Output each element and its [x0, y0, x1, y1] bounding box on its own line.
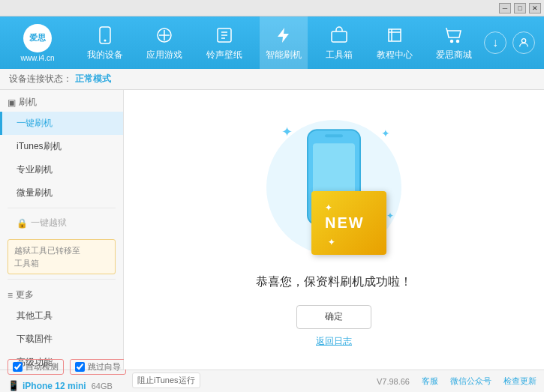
- sparkle-top-left: ✦: [281, 124, 293, 140]
- nav-toolbox-label: 工具箱: [326, 49, 353, 61]
- music-nav-icon: [214, 25, 235, 46]
- sidebar-item-download-firmware[interactable]: 下载固件: [0, 328, 123, 351]
- minimize-button[interactable]: ─: [499, 3, 511, 13]
- nav-ringtones-label: 铃声壁纸: [206, 49, 242, 61]
- logo-icon: 爱思: [23, 24, 52, 52]
- nav-store[interactable]: 爱思商城: [430, 16, 478, 69]
- device-name: iPhone 12 mini: [23, 381, 86, 391]
- success-text: 恭喜您，保资料刷机成功啦！: [256, 274, 412, 290]
- bottom-right: V7.98.66 客服 微信公众号 检查更新: [377, 376, 536, 387]
- nav-toolbox[interactable]: 工具箱: [320, 16, 359, 69]
- nav-bar: 我的设备 应用游戏 铃声壁纸 智能刷机 工具箱: [75, 16, 484, 69]
- skip-wizard-label: 跳过向导: [88, 361, 121, 373]
- device-storage: 64GB: [92, 382, 113, 391]
- logo-subtitle: www.i4.cn: [20, 54, 54, 62]
- sidebar-section-flash: ▣ 刷机: [0, 90, 123, 112]
- download-button[interactable]: ↓: [484, 31, 506, 54]
- skip-wizard-group: 跳过向导: [70, 359, 126, 375]
- user-button[interactable]: [512, 31, 535, 54]
- logo-area: 爱思 www.i4.cn: [0, 16, 75, 69]
- success-illustration: ✦ NEW ✦ ✦ ✦ ✦: [259, 112, 409, 262]
- sidebar-jailbreak-note: 越狱工具已转移至工具箱: [8, 239, 116, 274]
- sidebar-item-other-tools[interactable]: 其他工具: [0, 304, 123, 328]
- skip-wizard-checkbox[interactable]: [75, 362, 85, 372]
- back-link[interactable]: 返回日志: [316, 335, 352, 348]
- wechat-link[interactable]: 微信公众号: [450, 376, 491, 387]
- support-link[interactable]: 客服: [422, 376, 438, 387]
- nav-ringtones[interactable]: 铃声壁纸: [200, 16, 248, 69]
- status-value: 正常模式: [75, 73, 111, 85]
- update-link[interactable]: 检查更新: [503, 376, 536, 387]
- book-nav-icon: [384, 25, 405, 46]
- sparkle-top-right: ✦: [381, 127, 390, 139]
- sidebar-section-more: ≡ 更多: [0, 283, 123, 304]
- header: 爱思 www.i4.cn 我的设备 应用游戏 铃声壁纸: [0, 16, 544, 69]
- new-badge: ✦ NEW ✦: [311, 191, 386, 255]
- confirm-button[interactable]: 确定: [296, 305, 371, 329]
- svg-point-1: [104, 39, 106, 41]
- nav-tutorial-label: 教程中心: [377, 49, 413, 61]
- nav-my-device-label: 我的设备: [87, 49, 123, 61]
- close-button[interactable]: ✕: [529, 3, 541, 13]
- sidebar-item-one-click-flash[interactable]: 一键刷机: [0, 112, 123, 135]
- nav-apps-label: 应用游戏: [146, 49, 182, 61]
- auto-detect-label: 自动检测: [26, 361, 59, 373]
- sparkle-right: ✦: [386, 211, 394, 221]
- phone-nav-icon: [95, 25, 116, 46]
- sidebar-item-itunes-flash[interactable]: iTunes刷机: [0, 135, 123, 158]
- nav-my-device[interactable]: 我的设备: [81, 16, 129, 69]
- svg-point-7: [521, 39, 525, 43]
- sidebar: ▣ 刷机 一键刷机 iTunes刷机 专业刷机 微量刷机 🔒 一键越狱 越狱工具…: [0, 90, 124, 370]
- device-icon: 📱: [8, 380, 20, 391]
- svg-point-5: [451, 40, 453, 42]
- tools-nav-icon: [329, 25, 350, 46]
- header-actions: ↓: [484, 31, 544, 54]
- svg-rect-4: [332, 31, 347, 42]
- status-bar: 设备连接状态： 正常模式: [0, 69, 544, 90]
- itunes-status[interactable]: 阻止iTunes运行: [132, 373, 200, 388]
- auto-detect-checkbox[interactable]: [13, 362, 23, 372]
- bottom-bar: 自动检测 跳过向导 📱 iPhone 12 mini 64GB Down-12m…: [0, 370, 544, 392]
- version-label: V7.98.66: [377, 377, 410, 386]
- svg-rect-11: [325, 134, 343, 137]
- title-bar: ─ □ ✕: [0, 0, 544, 16]
- content-area: ✦ NEW ✦ ✦ ✦ ✦ 恭喜您，保资料刷机成功啦！ 确定 返回日志: [124, 90, 544, 370]
- nav-store-label: 爱思商城: [436, 49, 472, 61]
- nav-flash-label: 智能刷机: [266, 49, 302, 61]
- svg-point-6: [457, 40, 459, 42]
- sidebar-section-jailbreak: 🔒 一键越狱: [0, 211, 123, 235]
- nav-smart-flash[interactable]: 智能刷机: [260, 16, 308, 69]
- gamepad-nav-icon: [154, 25, 175, 46]
- maximize-button[interactable]: □: [514, 3, 526, 13]
- nav-tutorial[interactable]: 教程中心: [371, 16, 419, 69]
- sidebar-divider-2: [8, 279, 116, 280]
- flash-nav-icon: [273, 25, 294, 46]
- auto-detect-group: 自动检测: [8, 359, 64, 375]
- main-layout: ▣ 刷机 一键刷机 iTunes刷机 专业刷机 微量刷机 🔒 一键越狱 越狱工具…: [0, 90, 544, 370]
- window-controls: ─ □ ✕: [499, 3, 541, 13]
- nav-apps-games[interactable]: 应用游戏: [140, 16, 188, 69]
- sidebar-divider-1: [8, 208, 116, 208]
- device-info: iPhone 12 mini 64GB: [23, 381, 113, 391]
- status-label: 设备连接状态：: [9, 73, 72, 85]
- sidebar-item-micro-flash[interactable]: 微量刷机: [0, 181, 123, 205]
- store-nav-icon: [443, 25, 464, 46]
- sidebar-item-pro-flash[interactable]: 专业刷机: [0, 158, 123, 181]
